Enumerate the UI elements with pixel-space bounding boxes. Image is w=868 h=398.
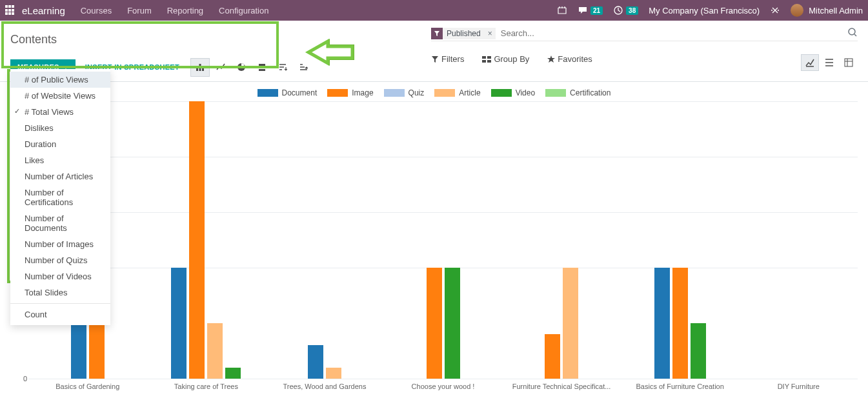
legend-swatch	[545, 89, 566, 97]
legend-swatch	[257, 89, 278, 97]
user-menu[interactable]: Mitchell Admin	[791, 4, 863, 17]
groupby-button[interactable]: Group By	[482, 54, 529, 64]
bar[interactable]	[445, 268, 460, 379]
bar[interactable]	[189, 101, 205, 379]
measure-option[interactable]: # Total Views	[10, 104, 110, 120]
view-pivot-button[interactable]	[840, 54, 858, 71]
company-switcher[interactable]: My Company (San Francisco)	[649, 6, 760, 15]
y-tick: 0	[23, 375, 27, 383]
bar[interactable]	[427, 268, 442, 379]
legend-item[interactable]: Article	[434, 88, 480, 97]
legend-item[interactable]: Image	[327, 88, 373, 97]
x-label: Basics of Gardening	[28, 379, 147, 398]
legend-item[interactable]: Video	[491, 88, 535, 97]
favorites-button[interactable]: Favorites	[547, 54, 592, 64]
x-label: Basics of Furniture Creation	[621, 379, 740, 398]
activity-badge: 38	[626, 6, 638, 15]
x-label: Choose your wood !	[384, 379, 503, 398]
svg-point-1	[849, 28, 855, 35]
sort-asc-button[interactable]	[294, 58, 313, 77]
legend-swatch	[384, 89, 405, 97]
page-title: Contents	[10, 33, 57, 46]
svg-rect-9	[482, 56, 486, 59]
bar-group	[384, 101, 503, 379]
x-label: Furniture Technical Specificat...	[502, 379, 621, 398]
bar-group	[265, 101, 384, 379]
messaging-icon[interactable]: 21	[578, 5, 603, 15]
spreadsheet-icon[interactable]	[557, 5, 567, 15]
bar-group	[147, 101, 266, 379]
measure-option-count[interactable]: Count	[10, 306, 110, 323]
bar-chart-button[interactable]	[190, 58, 210, 77]
measure-option[interactable]: # of Website Views	[10, 88, 110, 104]
svg-rect-7	[259, 66, 265, 68]
apps-icon[interactable]	[5, 5, 15, 15]
svg-rect-13	[845, 59, 853, 66]
search-icon[interactable]	[847, 27, 858, 39]
bar[interactable]	[207, 323, 223, 379]
measure-option[interactable]: Number of Documents	[10, 210, 110, 236]
svg-rect-12	[487, 60, 491, 63]
debug-icon[interactable]	[770, 5, 780, 15]
view-list-button[interactable]	[820, 54, 838, 71]
facet-remove[interactable]: ×	[485, 29, 496, 38]
measure-option[interactable]: Likes	[10, 152, 110, 168]
bar-group	[502, 101, 621, 379]
svg-rect-6	[259, 64, 265, 66]
legend-swatch	[327, 89, 348, 97]
bar[interactable]	[308, 345, 323, 379]
control-panel: Contents Published × MEASURES INSERT IN …	[0, 21, 868, 82]
measure-option[interactable]: Number of Quizs	[10, 252, 110, 268]
x-label: DIY Furniture	[739, 379, 858, 398]
chart-legend: DocumentImageQuizArticleVideoCertificati…	[10, 88, 858, 97]
measures-dropdown: # of Public Views# of Website Views# Tot…	[10, 69, 110, 325]
filters-button[interactable]: Filters	[431, 54, 464, 64]
funnel-icon	[431, 28, 443, 39]
nav-reporting[interactable]: Reporting	[167, 6, 203, 15]
chat-badge: 21	[590, 6, 603, 15]
nav-forum[interactable]: Forum	[127, 6, 152, 15]
measure-option[interactable]: Total Slides	[10, 284, 110, 301]
svg-rect-10	[487, 56, 491, 59]
legend-item[interactable]: Certification	[545, 88, 611, 97]
activity-icon[interactable]: 38	[613, 5, 638, 15]
nav-courses[interactable]: Courses	[81, 6, 112, 15]
svg-rect-11	[482, 60, 486, 63]
bar-group	[621, 101, 740, 379]
avatar	[791, 4, 803, 17]
bar-group	[739, 101, 858, 379]
svg-rect-4	[202, 68, 204, 71]
legend-swatch	[434, 89, 455, 97]
measure-option[interactable]: Number of Certifications	[10, 184, 110, 210]
bar[interactable]	[326, 368, 341, 379]
measure-option[interactable]: Duration	[10, 136, 110, 152]
legend-item[interactable]: Quiz	[384, 88, 425, 97]
measure-option[interactable]: Number of Articles	[10, 168, 110, 184]
measure-option[interactable]: Number of Images	[10, 236, 110, 252]
bar[interactable]	[654, 268, 670, 379]
sort-desc-button[interactable]	[273, 58, 292, 77]
nav-configuration[interactable]: Configuration	[219, 6, 268, 15]
top-nav: eLearning Courses Forum Reporting Config…	[0, 0, 868, 21]
bar[interactable]	[545, 334, 560, 379]
caret-down-icon	[63, 66, 68, 69]
measure-option[interactable]: Number of Videos	[10, 268, 110, 284]
stacked-button[interactable]	[252, 58, 272, 77]
bar[interactable]	[691, 323, 706, 379]
search-input[interactable]	[498, 27, 845, 39]
x-label: Taking care of Trees	[147, 379, 266, 398]
bar[interactable]	[171, 268, 187, 379]
legend-swatch	[491, 89, 512, 97]
bar[interactable]	[563, 268, 578, 379]
search-facet-published[interactable]: Published ×	[431, 28, 496, 39]
measure-option[interactable]: Dislikes	[10, 120, 110, 136]
legend-item[interactable]: Document	[257, 88, 318, 97]
svg-rect-8	[259, 69, 265, 71]
pie-chart-button[interactable]	[232, 58, 251, 77]
line-chart-button[interactable]	[211, 58, 230, 77]
measure-option[interactable]: # of Public Views	[10, 72, 110, 88]
bar[interactable]	[672, 268, 688, 379]
view-graph-button[interactable]	[801, 54, 819, 71]
brand: eLearning	[22, 5, 65, 16]
bar[interactable]	[225, 368, 241, 379]
